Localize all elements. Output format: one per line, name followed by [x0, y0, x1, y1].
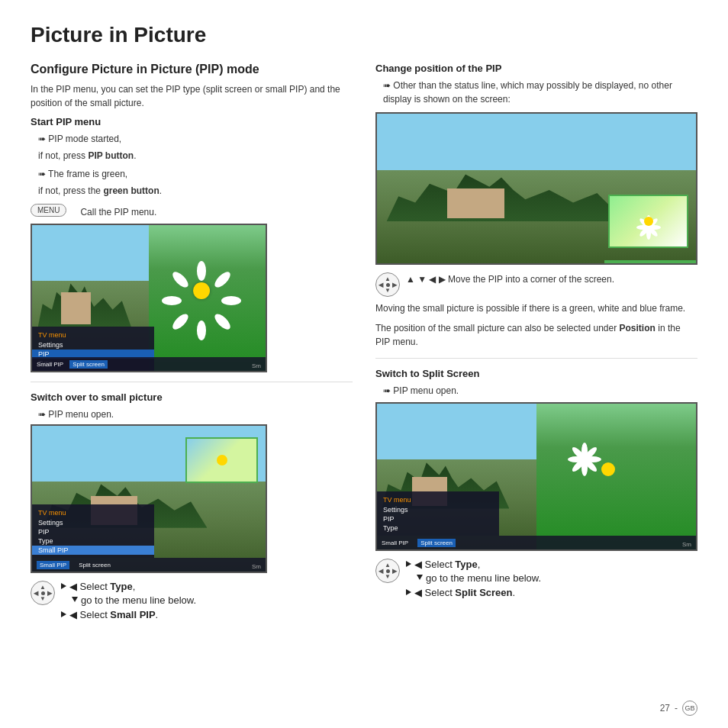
tv4-daisy-center	[601, 462, 615, 476]
split-instr2-text: go to the menu line below.	[426, 572, 541, 584]
switch-split-instr-1: ◀ Select Type,	[406, 559, 697, 570]
section-intro: In the PIP menu, you can set the PIP typ…	[31, 82, 353, 110]
switch-small-text-block: ◀ Select Type, go to the menu line below…	[61, 581, 353, 623]
tv-screen-2-container: TV menu Settings PIP Type Small PIP Smal…	[31, 424, 353, 573]
position-menu-text: The position of the small picture can al…	[375, 321, 697, 349]
bar-sm-1: Sm	[252, 362, 261, 369]
switch-split-instructions: ▲ ▼ ◀ ▶ ◀ Select Type, go to the menu li…	[375, 559, 697, 601]
split-instr3-text: ◀ Select Split Screen.	[414, 587, 515, 598]
pip-open-arrow-2: ➠	[383, 385, 391, 396]
page-number: 27	[660, 703, 670, 714]
split-instr1-arrow	[406, 561, 411, 567]
nav-left-3: ◀	[378, 568, 383, 575]
tv-screen-4: TV menu Settings PIP Type Small PIP Spli…	[375, 402, 697, 551]
split-instr2-arrow	[417, 575, 423, 580]
tv3-pip-inner	[610, 196, 687, 246]
menu-button-text: MENU	[37, 206, 60, 214]
instr2-text: go to the menu line below.	[81, 594, 196, 606]
position-bold: Position	[620, 323, 656, 333]
building-decoration-1	[61, 292, 90, 324]
nav-down-2: ▼	[385, 287, 391, 294]
switch-split-instr-3: ◀ Select Split Screen.	[406, 587, 697, 598]
instr3-arrow	[61, 611, 66, 617]
tv-screen-1-container: TV menu Settings PIP Type Small PIP Spli…	[31, 224, 353, 372]
daisy-right	[171, 260, 232, 321]
start-pip-title: Start PIP menu	[31, 116, 353, 127]
tv-screen-1: TV menu Settings PIP Type Small PIP Spli…	[31, 224, 267, 372]
bar-sm-4: Sm	[682, 541, 691, 548]
switch-small-instr-1: ◀ Select Type,	[61, 581, 353, 592]
nav-dot-3	[386, 569, 390, 573]
instr2-arrow	[72, 597, 78, 602]
change-pos-nav-row: ▲ ▼ ◀ ▶ ▲ ▼ ◀ ▶ Move the PIP into a corn…	[375, 272, 697, 297]
bar-right-1: Sm	[252, 359, 261, 370]
tv-bottom-bar-1: Small PIP Split screen Sm	[32, 357, 266, 371]
type-bold-2: Type	[455, 559, 477, 570]
tv-screen-2: TV menu Settings PIP Type Small PIP Smal…	[31, 424, 267, 573]
nav-circle-3: ▲ ▼ ◀ ▶	[375, 559, 400, 583]
page-footer: 27 - GB	[660, 701, 697, 716]
tv3-daisy	[633, 206, 664, 237]
switch-small-instr-2: go to the menu line below.	[61, 594, 353, 606]
smallpip-bold: Small PIP	[110, 609, 155, 620]
tv-menu-header-1: TV menu	[32, 330, 154, 340]
switch-split-pip-open: ➠ PIP menu open.	[375, 384, 697, 398]
bar-split-screen-2: Split screen	[79, 562, 111, 569]
step2-line1: ➠ The frame is green,	[31, 167, 353, 181]
switch-small-instructions: ▲ ▼ ◀ ▶ ◀ Select Type, go to the menu li…	[31, 581, 353, 623]
tv-menu-pip-2: PIP	[32, 527, 154, 536]
right-column: Change position of the PIP ➠ Other than …	[375, 63, 697, 627]
country-code: GB	[685, 704, 694, 712]
footer-dash: -	[675, 703, 678, 714]
switch-split-instr-2: go to the menu line below.	[406, 572, 697, 584]
step2-arrow: ➠	[38, 169, 46, 179]
instr3-text: ◀ Select Small PIP.	[69, 609, 158, 620]
tv-menu-header-4: TV menu	[377, 494, 499, 505]
move-pip-text: ▲ ▼ ◀ ▶ Move the PIP into a corner of th…	[406, 272, 697, 286]
change-pos-arrow: ➠	[383, 80, 391, 91]
tv3-trees	[387, 159, 627, 221]
bar-split-screen-4: Split screen	[417, 539, 456, 547]
bar-right-2: Sm	[252, 559, 261, 571]
country-code-circle: GB	[682, 701, 697, 716]
tv-menu-type-2: Type	[32, 536, 154, 546]
splitscreen-bold: Split Screen	[455, 587, 512, 598]
tv2-pip-inner	[187, 439, 256, 482]
tv4-right	[536, 404, 696, 549]
nav-left-1: ◀	[34, 590, 38, 597]
tv-menu-overlay-4: TV menu Settings PIP Type	[377, 491, 499, 536]
nav-down-3: ▼	[385, 573, 391, 580]
tv-menu-pip-4: PIP	[377, 514, 499, 523]
tv-menu-settings-4: Settings	[377, 505, 499, 514]
switch-split-title: Switch to Split Screen	[375, 368, 697, 379]
tv-bottom-bar-4: Small PIP Split screen Sm	[377, 536, 696, 549]
nav-circle-2: ▲ ▼ ◀ ▶	[375, 272, 400, 297]
page-container: Picture in Picture Configure Picture in …	[0, 0, 728, 643]
nav-right-3: ▶	[392, 568, 397, 575]
tv3-daisy-center	[644, 217, 653, 226]
tv3-pip-inset	[608, 195, 688, 248]
nav-left-2: ◀	[378, 282, 383, 288]
step1-line2: if not, press PIP button.	[31, 149, 353, 163]
tv-menu-header-2: TV menu	[32, 507, 154, 518]
tv4-daisy	[581, 443, 635, 496]
split-instr3-arrow	[406, 589, 411, 595]
tv-screen-3	[375, 112, 697, 265]
nav-up-1: ▲	[40, 584, 46, 591]
change-pos-title: Change position of the PIP	[375, 63, 697, 74]
change-pos-text: ▲ ▼ ◀ ▶ Move the PIP into a corner of th…	[406, 272, 697, 286]
menu-call-row: MENU Call the PIP menu.	[31, 204, 353, 219]
tv3-green-strip	[604, 260, 696, 263]
nav-dot-2	[386, 283, 390, 287]
instr1-arrow	[61, 583, 66, 589]
daisy-center-1	[193, 282, 210, 299]
tv-right-flower	[149, 225, 266, 371]
step2-line2: if not, press the green button.	[31, 184, 353, 198]
switch-small-title: Switch over to small picture	[31, 391, 353, 403]
tv-menu-type-4: Type	[377, 523, 499, 533]
divider-2	[375, 358, 697, 359]
nav-dot-1	[41, 591, 45, 595]
nav-right-2: ▶	[392, 282, 397, 288]
tv2-pip-flower	[217, 455, 227, 465]
switch-small-pip-open: ➠ PIP menu open.	[31, 407, 353, 421]
